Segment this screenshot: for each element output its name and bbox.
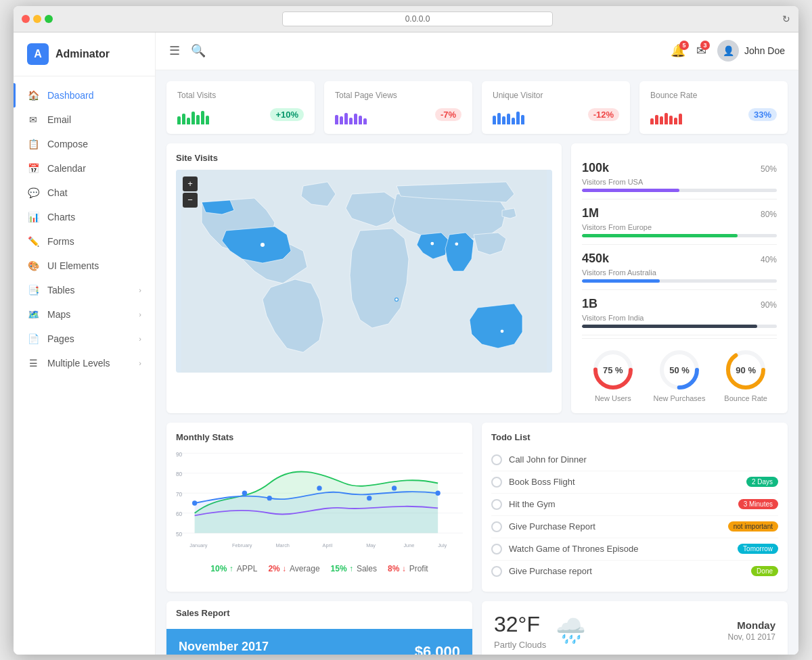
sidebar-item-tables[interactable]: 📑 Tables ›: [14, 278, 155, 302]
sidebar-item-maps[interactable]: 🗺️ Maps ›: [14, 302, 155, 327]
donut-chart: 90 %: [724, 348, 767, 392]
todo-title: Todo List: [491, 432, 778, 442]
todo-checkbox[interactable]: [491, 566, 502, 577]
map-zoom-in[interactable]: +: [183, 176, 198, 191]
avatar: 👤: [717, 40, 739, 62]
pages-icon: 📄: [27, 333, 39, 345]
svg-text:May: May: [366, 542, 376, 548]
sidebar-item-calendar[interactable]: 📅 Calendar: [14, 156, 155, 181]
dot-red[interactable]: [22, 15, 30, 23]
todo-text: Book Boss Flight: [509, 477, 746, 487]
menu-icon[interactable]: ☰: [169, 43, 180, 58]
sidebar-nav: 🏠 Dashboard ✉ Email 📋 Compose 📅 Calendar…: [14, 76, 155, 655]
visitor-label: Visitors From India: [582, 314, 777, 322]
user-name: John Doe: [744, 45, 785, 56]
dot-yellow[interactable]: [33, 15, 41, 23]
svg-text:90: 90: [176, 450, 183, 457]
weather-card: 32°F Partly Clouds 🌧️ Monday Nov, 01 201…: [482, 601, 788, 655]
visitor-stat-australia: 450k 40% Visitors From Australia: [582, 245, 777, 290]
messages-button[interactable]: ✉ 3: [696, 43, 706, 58]
brand-name: Adminator: [55, 48, 110, 60]
stat-bars: [335, 105, 367, 124]
progress-fill: [582, 234, 738, 237]
sidebar-item-forms[interactable]: ✏️ Forms: [14, 229, 155, 254]
stats-panel: 100k 50% Visitors From USA 1M 80%: [571, 143, 788, 413]
todo-checkbox[interactable]: [491, 521, 502, 532]
donut-label: New Users: [595, 394, 631, 402]
stat-bars: [177, 105, 209, 124]
donut-item-bounce-rate: 90 % Bounce Rate: [724, 348, 767, 402]
legend-label: Average: [290, 564, 319, 573]
email-icon: ✉: [27, 114, 39, 126]
browser-url[interactable]: 0.0.0.0: [282, 11, 553, 26]
visitor-label: Visitors From USA: [582, 178, 777, 186]
svg-point-27: [392, 486, 397, 490]
map-zoom-out[interactable]: −: [183, 193, 198, 208]
sidebar-item-ui-elements[interactable]: 🎨 UI Elements: [14, 254, 155, 278]
progress-bar: [582, 325, 777, 328]
visitor-pct: 50%: [761, 164, 777, 174]
weather-day: Monday: [728, 619, 776, 631]
notifications-button[interactable]: 🔔 5: [671, 43, 685, 58]
stat-badge: 33%: [748, 108, 777, 121]
sidebar-item-compose[interactable]: 📋 Compose: [14, 132, 155, 156]
weather-desc: Partly Clouds: [494, 640, 546, 650]
forms-icon: ✏️: [27, 235, 39, 248]
donut-row: 75 % New Users 50 %: [582, 338, 777, 402]
calendar-icon: 📅: [27, 162, 39, 174]
progress-bar: [582, 279, 777, 283]
map-card: Site Visits + −: [166, 143, 562, 413]
tables-icon: 📑: [27, 284, 39, 296]
todo-badge: Tomorrow: [738, 544, 778, 554]
sidebar-item-chat[interactable]: 💬 Chat: [14, 181, 155, 205]
chart-legend: 10% ↑ APPL 2% ↓ Average 15% ↑ Sales: [176, 557, 463, 573]
donut-pct: 75 %: [603, 364, 623, 375]
chart-title: Monthly Stats: [176, 432, 463, 442]
todo-checkbox[interactable]: [491, 544, 502, 555]
sidebar-item-charts[interactable]: 📊 Charts: [14, 205, 155, 229]
chevron-right-icon: ›: [139, 310, 141, 319]
legend-item-appl: 10% ↑ APPL: [210, 564, 257, 573]
header: ☰ 🔍 🔔 5 ✉ 3 👤 John Doe: [156, 32, 798, 70]
svg-point-2: [395, 298, 399, 301]
progress-fill: [582, 189, 679, 192]
sales-month: November 2017: [179, 640, 269, 654]
weather-date: Nov, 01 2017: [728, 632, 776, 642]
refresh-icon[interactable]: ↻: [782, 14, 790, 24]
stat-card-unique-visitor: Unique Visitor -12%: [482, 81, 630, 134]
visitor-stat-europe: 1M 80% Visitors From Europe: [582, 199, 777, 245]
sidebar-item-label: Forms: [47, 236, 74, 247]
legend-label: Sales: [357, 564, 377, 573]
donut-label: New Purchases: [653, 394, 705, 402]
visitor-pct: 40%: [761, 255, 777, 264]
legend-label: APPL: [237, 564, 258, 573]
todo-item: Give Purchase Report not important: [491, 516, 778, 538]
search-icon[interactable]: 🔍: [191, 43, 206, 58]
dot-green[interactable]: [45, 15, 53, 23]
todo-checkbox[interactable]: [491, 454, 502, 465]
svg-text:January: January: [189, 542, 208, 548]
todo-checkbox[interactable]: [491, 477, 502, 488]
compose-icon: 📋: [27, 138, 39, 150]
stat-card-bounce-rate: Bounce Rate 33%: [639, 81, 788, 134]
stat-body: 33%: [650, 105, 777, 124]
svg-point-3: [430, 241, 434, 245]
brand-logo: A: [27, 43, 49, 65]
user-menu[interactable]: 👤 John Doe: [717, 40, 785, 62]
legend-value: 10% ↑: [210, 564, 233, 573]
svg-point-26: [367, 495, 371, 500]
svg-point-24: [267, 495, 272, 500]
sidebar-item-pages[interactable]: 📄 Pages ›: [14, 327, 155, 351]
visitor-label: Visitors From Australia: [582, 268, 777, 277]
weather-icon: 🌧️: [556, 617, 586, 645]
legend-item-profit: 8% ↓ Profit: [388, 564, 428, 573]
todo-checkbox[interactable]: [491, 499, 502, 510]
sidebar-item-dashboard[interactable]: 🏠 Dashboard: [14, 83, 155, 108]
sidebar-brand: A Adminator: [14, 32, 155, 76]
sales-title: Sales Report: [166, 601, 472, 622]
sidebar-item-label: UI Elements: [47, 260, 99, 271]
sidebar-item-email[interactable]: ✉ Email: [14, 108, 155, 132]
header-right: 🔔 5 ✉ 3 👤 John Doe: [671, 40, 785, 62]
sales-card: Sales Report November 2017 Sales Report …: [166, 601, 472, 655]
sidebar-item-multiple-levels[interactable]: ☰ Multiple Levels ›: [14, 351, 155, 375]
